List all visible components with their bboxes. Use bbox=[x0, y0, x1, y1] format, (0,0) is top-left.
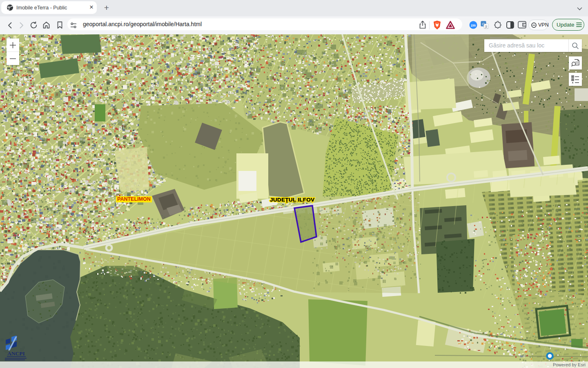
svg-text:zm: zm bbox=[471, 23, 476, 27]
svg-text:JUDEŢUL ILFOV: JUDEŢUL ILFOV bbox=[270, 197, 314, 203]
svg-text:ANCPI: ANCPI bbox=[7, 350, 25, 357]
svg-text:文: 文 bbox=[485, 25, 488, 29]
